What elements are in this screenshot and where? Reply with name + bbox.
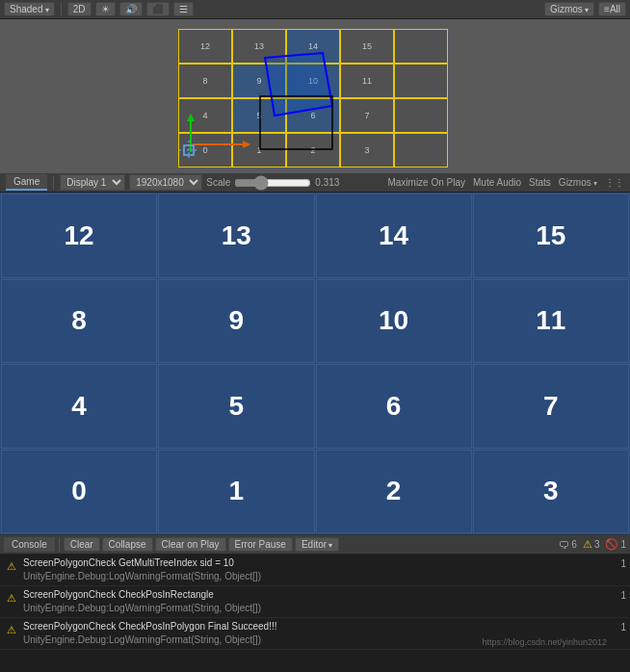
console-toolbar: Console Clear Collapse Clear on Play Err… [0,535,630,555]
game-view: Game Display 1 1920x1080 Scale 0.313 Max… [0,173,630,534]
game-cell-15: 15 [473,194,629,278]
console-entry-0[interactable]: ⚠ ScreenPolygonCheck GetMultiTreeIndex s… [0,555,630,586]
entry-count-0: 1 [607,556,626,569]
scale-slider[interactable] [234,179,311,187]
grid-cell-11: 11 [340,64,394,98]
scene-view: Shaded 2D ☀ 🔊 ⬛ ☰ Gizmos ≡All 12 13 14 1… [0,0,630,173]
grid-cell-x2 [394,64,448,98]
stats-button[interactable]: Stats [529,177,551,188]
game-cell-10: 10 [316,279,472,364]
entry-main-1: ScreenPolygonCheck CheckPosInRectangle [23,588,607,602]
grid-cell-2: 2 [286,133,340,168]
resolution-select[interactable]: 1920x1080 [129,174,202,191]
game-toolbar: Game Display 1 1920x1080 Scale 0.313 Max… [0,173,630,193]
message-badge: 🗨 6 [559,539,577,551]
grid-cell-9: 9 [232,64,286,98]
grid-cell-15: 15 [340,29,394,64]
grid-cell-14: 14 [286,29,340,64]
mode-2d-button[interactable]: 2D [67,2,92,16]
game-tab[interactable]: Game [6,174,47,191]
game-cell-1: 1 [158,450,314,534]
grid-cell-6: 6 [286,98,340,133]
error-pause-button[interactable]: Error Pause [228,537,293,552]
svg-marker-5 [243,141,250,148]
scene-toolbar: Shaded 2D ☀ 🔊 ⬛ ☰ Gizmos ≡All [0,0,630,19]
entry-text-1: ScreenPolygonCheck CheckPosInRectangle U… [23,588,607,615]
error-icon: 🚫 [605,538,618,551]
game-cell-7: 7 [473,364,629,449]
grid-row-1: 8 9 10 11 [178,64,448,98]
game-cell-4: 4 [1,364,157,449]
scale-value: 0.313 [315,177,339,188]
shading-dropdown[interactable]: Shaded [4,2,55,16]
game-cell-6: 6 [316,364,472,449]
watermark: https://blog.csdn.net/yinhun2012 [482,637,607,647]
game-cell-8: 8 [1,279,157,364]
scene-content[interactable]: 12 13 14 15 8 9 10 11 4 5 6 7 0 [0,19,630,173]
game-cell-2: 2 [316,450,472,534]
console-entry-1[interactable]: ⚠ ScreenPolygonCheck CheckPosInRectangle… [0,586,630,618]
grid-cell-8: 8 [178,64,232,98]
move-gizmo [179,141,198,164]
entry-warning-icon-0: ⚠ [4,558,19,574]
collapse-button[interactable]: Collapse [102,537,153,552]
game-cell-5: 5 [158,364,314,449]
warning-count: 3 [594,539,600,550]
display-select[interactable]: Display 1 [60,174,125,191]
lighting-toggle[interactable]: ☀ [95,2,116,16]
divider-1 [61,3,62,16]
grid-row-2: 4 5 6 7 [178,98,448,133]
grid-cell-x4 [394,133,448,168]
editor-dropdown[interactable]: Editor [295,537,339,552]
game-cell-0: 0 [1,450,157,534]
entry-sub-1: UnityEngine.Debug:LogWarningFormat(Strin… [23,602,607,615]
gizmos-dropdown[interactable]: Gizmos [544,2,594,16]
entry-sub-0: UnityEngine.Debug:LogWarningFormat(Strin… [23,570,607,583]
effects-toggle[interactable]: ⬛ [146,2,170,16]
grid-cell-x3 [394,98,448,133]
entry-count-1: 1 [607,588,626,601]
mute-audio[interactable]: Mute Audio [473,177,521,188]
scale-control: Scale 0.313 [206,177,339,188]
grid-cell-10: 10 [286,64,340,98]
grid-cell-7: 7 [340,98,394,133]
gizmos-button[interactable]: Gizmos [559,177,597,188]
svg-marker-3 [187,114,195,121]
entry-text-0: ScreenPolygonCheck GetMultiTreeIndex sid… [23,556,607,583]
console-tab[interactable]: Console [4,537,55,552]
console-entry-2[interactable]: ⚠ ScreenPolygonCheck CheckPosInPolygon F… [0,618,630,650]
entry-warning-icon-1: ⚠ [4,590,19,606]
scene-toolbar-right: Gizmos ≡All [544,2,626,16]
divider-2 [53,176,54,190]
divider-3 [59,538,60,552]
audio-toggle[interactable]: 🔊 [119,2,143,16]
scene-extras[interactable]: ☰ [173,2,194,16]
grid-cell-12: 12 [178,29,232,64]
console-view: Console Clear Collapse Clear on Play Err… [0,534,630,672]
more-options[interactable]: ⋮⋮ [605,177,624,188]
game-cell-3: 3 [473,450,629,534]
warning-icon: ⚠ [583,538,592,551]
clear-on-play-button[interactable]: Clear on Play [155,537,226,552]
x-axis-arrow [193,137,250,154]
game-content: 12 13 14 15 8 9 10 11 4 5 6 7 0 1 2 3 [0,193,630,534]
grid-cell-13: 13 [232,29,286,64]
game-cell-14: 14 [316,194,472,278]
message-icon: 🗨 [559,539,569,551]
game-cell-9: 9 [158,279,314,364]
game-cell-11: 11 [473,279,629,364]
error-count: 1 [620,539,626,550]
console-badges: 🗨 6 ⚠ 3 🚫 1 [559,538,626,551]
game-cell-13: 13 [158,194,314,278]
clear-button[interactable]: Clear [64,537,100,552]
warning-badge: ⚠ 3 [583,538,600,551]
game-options-right: Maximize On Play Mute Audio Stats Gizmos… [387,177,624,188]
message-count: 6 [571,539,577,550]
scale-label: Scale [206,177,230,188]
game-cell-12: 12 [1,194,157,278]
entry-main-2: ScreenPolygonCheck CheckPosInPolygon Fin… [23,620,607,633]
entry-main-0: ScreenPolygonCheck GetMultiTreeIndex sid… [23,556,607,570]
all-button[interactable]: ≡All [598,2,626,16]
maximize-on-play[interactable]: Maximize On Play [387,177,465,188]
entry-warning-icon-2: ⚠ [4,622,19,637]
